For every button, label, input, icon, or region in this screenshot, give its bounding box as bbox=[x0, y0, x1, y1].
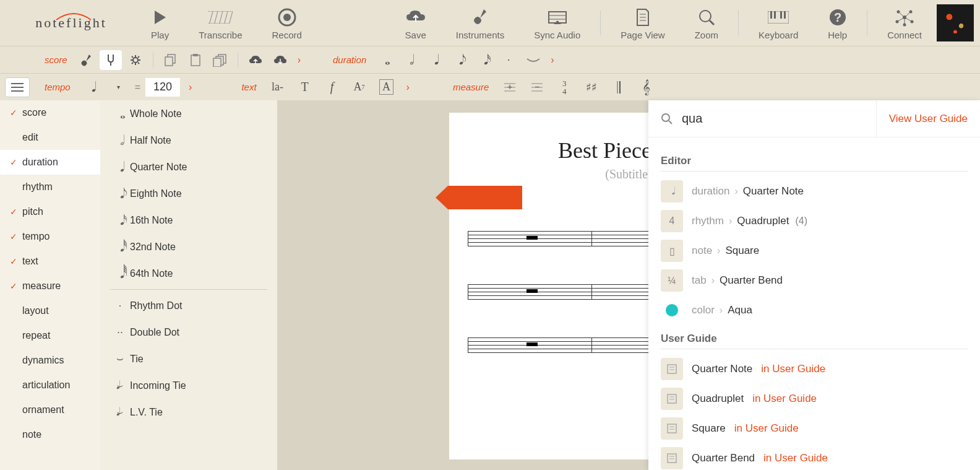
duration-label: Eighth Note bbox=[130, 188, 182, 199]
duration-item[interactable]: ·Rhythm Dot bbox=[100, 292, 277, 319]
text-icon[interactable]: T bbox=[294, 77, 316, 97]
search-result-editor[interactable]: 4rhythm›Quadruplet(4) bbox=[661, 206, 968, 236]
save-button[interactable]: Save bbox=[390, 6, 441, 40]
sidebar-item-rhythm[interactable]: rhythm bbox=[0, 175, 100, 199]
search-result-guide[interactable]: Squarein User Guide bbox=[661, 414, 968, 443]
sidebar-item-dynamics[interactable]: dynamics bbox=[0, 348, 100, 373]
cloud-down-icon[interactable] bbox=[269, 50, 291, 70]
search-result-editor[interactable]: color›Aqua bbox=[661, 295, 968, 325]
duration-item[interactable]: ⌣Tie bbox=[100, 346, 277, 372]
svg-rect-59 bbox=[668, 424, 676, 433]
result-icon: ▯ bbox=[661, 240, 683, 262]
duration-item[interactable]: ··Double Dot bbox=[100, 319, 277, 346]
tempo-bar: tempo 𝅘𝅥 ▾ = › text la- T f A7 A › measu… bbox=[0, 73, 980, 100]
guitar-palette-icon[interactable] bbox=[75, 50, 97, 70]
search-result-editor[interactable]: ▯note›Square bbox=[661, 236, 968, 266]
dropdown-icon[interactable]: ▾ bbox=[108, 77, 130, 97]
search-result-guide[interactable]: Quarter Bendin User Guide bbox=[661, 443, 968, 470]
duration-item[interactable]: 𝅘𝅥𝅯16th Note bbox=[100, 207, 277, 233]
quarter-note-icon[interactable]: 𝅘𝅥 bbox=[423, 50, 445, 70]
dot-icon[interactable]: · bbox=[497, 50, 520, 70]
zoom-button[interactable]: Zoom bbox=[680, 6, 733, 40]
lyric-icon[interactable]: la- bbox=[267, 77, 289, 97]
clef-icon[interactable]: 𝄞 bbox=[635, 77, 657, 97]
half-note-icon[interactable]: 𝅗𝅥 bbox=[398, 50, 421, 70]
duration-item[interactable]: 𝅝Whole Note bbox=[100, 100, 277, 127]
result-source: in User Guide bbox=[761, 363, 825, 375]
sidebar-item-layout[interactable]: layout bbox=[0, 298, 100, 323]
sixteenth-note-icon[interactable]: 𝅘𝅥𝅯 bbox=[473, 50, 495, 70]
duration-item[interactable]: 𝅘𝅥𝅮Eighth Note bbox=[100, 180, 277, 207]
menu-toggle-button[interactable] bbox=[5, 77, 30, 97]
paste-icon[interactable] bbox=[184, 50, 207, 70]
record-button[interactable]: Record bbox=[257, 6, 317, 40]
search-result-guide[interactable]: Quadrupletin User Guide bbox=[661, 384, 968, 414]
sidebar-item-duration[interactable]: ✓duration bbox=[0, 150, 100, 175]
result-name: Aqua bbox=[728, 304, 752, 316]
guide-section-heading: User Guide bbox=[661, 333, 968, 349]
duration-item[interactable]: 𝅘𝅥⌣L.V. Tie bbox=[100, 399, 277, 425]
instruments-button[interactable]: Instruments bbox=[441, 6, 519, 40]
sidebar-item-tempo[interactable]: ✓tempo bbox=[0, 224, 100, 249]
duration-label: 32nd Note bbox=[130, 242, 176, 253]
sidebar-item-pitch[interactable]: ✓pitch bbox=[0, 199, 100, 224]
sidebar-item-ornament[interactable]: ornament bbox=[0, 398, 100, 422]
sidebar-item-articulation[interactable]: articulation bbox=[0, 373, 100, 398]
view-user-guide-link[interactable]: View User Guide bbox=[876, 100, 968, 137]
sync-audio-button[interactable]: Sync Audio bbox=[519, 6, 595, 40]
help-button[interactable]: ? Help bbox=[813, 6, 862, 40]
tie-icon[interactable] bbox=[522, 50, 544, 70]
logo[interactable]: noteflight bbox=[6, 15, 136, 31]
duration-panel: 𝅝Whole Note𝅗𝅥Half Note𝅘𝅥Quarter Note𝅘𝅥𝅮E… bbox=[100, 100, 277, 470]
duration-item[interactable]: 𝅘𝅥𝅱64th Note bbox=[100, 260, 277, 287]
tuning-fork-icon[interactable] bbox=[100, 50, 122, 70]
barline-icon[interactable] bbox=[608, 77, 630, 97]
result-name: Quarter Note bbox=[692, 363, 752, 375]
cloud-up-icon[interactable] bbox=[244, 50, 267, 70]
key-sig-icon[interactable]: ♯♯ bbox=[580, 77, 603, 97]
search-result-guide[interactable]: Quarter Notein User Guide bbox=[661, 354, 968, 384]
sidebar-item-note[interactable]: note bbox=[0, 422, 100, 447]
connect-button[interactable]: Connect bbox=[872, 6, 937, 40]
transcribe-button[interactable]: Transcribe bbox=[184, 6, 257, 40]
dynamic-icon[interactable]: f bbox=[321, 77, 343, 97]
svg-line-31 bbox=[905, 17, 912, 22]
chord-icon[interactable]: A7 bbox=[348, 77, 371, 97]
gear-icon[interactable] bbox=[124, 50, 147, 70]
search-result-editor[interactable]: 𝅘𝅥duration›Quarter Note bbox=[661, 176, 968, 206]
svg-line-1 bbox=[210, 11, 213, 24]
svg-line-28 bbox=[898, 12, 905, 17]
duration-label: Double Dot bbox=[130, 327, 179, 338]
keyboard-button[interactable]: Keyboard bbox=[744, 6, 813, 40]
remove-measure-icon[interactable]: − bbox=[526, 77, 548, 97]
user-avatar[interactable] bbox=[937, 4, 974, 41]
whole-note-icon[interactable]: 𝅝 bbox=[374, 50, 396, 70]
duration-item[interactable]: 𝅘𝅥⌣Incoming Tie bbox=[100, 372, 277, 399]
page-view-button[interactable]: Page View bbox=[606, 6, 679, 40]
search-input[interactable] bbox=[682, 111, 876, 126]
duration-item[interactable]: 𝅘𝅥Quarter Note bbox=[100, 154, 277, 180]
sidebar-item-measure[interactable]: ✓measure bbox=[0, 274, 100, 298]
multi-copy-icon[interactable] bbox=[209, 50, 231, 70]
duration-label: Tie bbox=[130, 354, 144, 365]
sidebar-item-text[interactable]: ✓text bbox=[0, 249, 100, 274]
duration-item[interactable]: 𝅘𝅥𝅰32nd Note bbox=[100, 233, 277, 260]
eighth-note-icon[interactable]: 𝅘𝅥𝅮 bbox=[448, 50, 470, 70]
chevron-right-icon[interactable]: › bbox=[403, 82, 413, 93]
chevron-right-icon[interactable]: › bbox=[294, 54, 304, 66]
time-sig-icon[interactable]: 34 bbox=[553, 77, 575, 97]
chevron-right-icon[interactable]: › bbox=[547, 54, 557, 66]
tempo-input[interactable] bbox=[145, 78, 180, 97]
svg-rect-18 bbox=[780, 11, 782, 19]
sidebar-item-edit[interactable]: edit bbox=[0, 125, 100, 150]
play-button[interactable]: Play bbox=[136, 6, 184, 40]
rehearsal-icon[interactable]: A bbox=[376, 77, 398, 97]
copy-icon[interactable] bbox=[160, 50, 182, 70]
search-result-editor[interactable]: ¼tab›Quarter Bend bbox=[661, 266, 968, 295]
chevron-right-icon[interactable]: › bbox=[185, 82, 196, 93]
add-measure-icon[interactable]: + bbox=[499, 77, 521, 97]
sidebar-item-repeat[interactable]: repeat bbox=[0, 323, 100, 348]
tempo-note-icon[interactable]: 𝅘𝅥 bbox=[80, 77, 103, 97]
sidebar-item-score[interactable]: ✓score bbox=[0, 100, 100, 125]
duration-item[interactable]: 𝅗𝅥Half Note bbox=[100, 127, 277, 154]
